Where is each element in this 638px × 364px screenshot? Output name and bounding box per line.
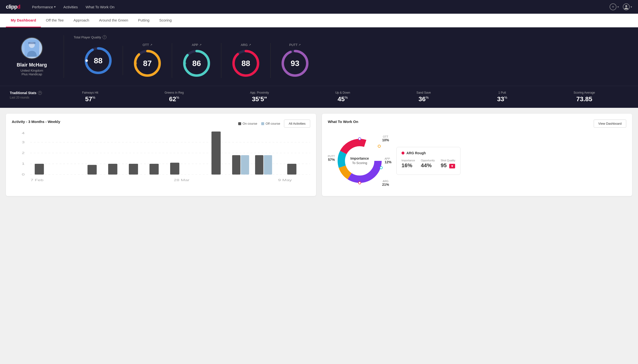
putt-donut-label: PUTT 57% xyxy=(328,155,335,162)
stat-items: Fairways Hit 57% Greens In Reg 62% App. … xyxy=(49,91,628,103)
app-proximity-label: App. Proximity xyxy=(250,91,269,94)
info-card-title: ARG Rough xyxy=(401,151,455,155)
ott-score-item: OTT ↗ 87 xyxy=(123,43,172,78)
svg-point-18 xyxy=(245,74,247,77)
svg-point-12 xyxy=(135,62,137,64)
svg-text:1: 1 xyxy=(22,162,25,166)
fairways-hit-value: 57% xyxy=(85,95,95,103)
divider xyxy=(64,35,64,78)
tab-off-the-tee[interactable]: Off the Tee xyxy=(41,14,69,28)
main-score-value: 88 xyxy=(94,56,103,65)
user-menu-button[interactable]: ▾ xyxy=(623,4,632,10)
svg-rect-36 xyxy=(211,132,221,174)
nav-activities[interactable]: Activities xyxy=(63,5,78,9)
putt-arrow-icon: ↗ xyxy=(298,43,301,46)
tab-around-the-green[interactable]: Around the Green xyxy=(94,14,133,28)
svg-point-52 xyxy=(378,145,380,148)
arg-score-value: 88 xyxy=(241,59,250,68)
user-chevron-icon: ▾ xyxy=(631,6,632,8)
traditional-stats-bar: Traditional Stats ? Last 20 rounds Fairw… xyxy=(0,86,638,108)
nav-what-to-work-on[interactable]: What To Work On xyxy=(86,5,115,9)
ott-score-value: 87 xyxy=(143,59,152,68)
putt-label: PUTT ↗ xyxy=(289,43,301,47)
greens-in-reg-label: Greens In Reg xyxy=(164,91,184,94)
svg-rect-38 xyxy=(241,155,249,174)
putt-score-item: PUTT ↗ 93 xyxy=(271,43,319,78)
add-button[interactable]: + ▾ xyxy=(610,4,619,10)
main-score-item: 88 xyxy=(74,46,123,75)
stat-scoring-avg: Scoring Average 73.85 xyxy=(574,91,595,103)
shot-quality-value: 95 ▼ xyxy=(441,162,455,169)
svg-rect-34 xyxy=(150,164,159,174)
svg-rect-32 xyxy=(108,164,118,174)
scores-section: Total Player Quality ? 88 OTT xyxy=(74,35,628,78)
svg-rect-30 xyxy=(35,164,44,174)
hero-section: Blair McHarg United Kingdom Plus Handica… xyxy=(0,28,638,86)
tab-bar: My Dashboard Off the Tee Approach Around… xyxy=(0,14,638,28)
app-score-value: 86 xyxy=(192,59,201,68)
tab-putting[interactable]: Putting xyxy=(133,14,154,28)
svg-text:9 May: 9 May xyxy=(278,179,292,182)
1-putt-label: 1 Putt xyxy=(498,91,506,94)
wtwo-title: What To Work On xyxy=(328,120,358,124)
off-course-dot xyxy=(261,122,264,125)
stats-subtitle: Last 20 rounds xyxy=(10,96,49,99)
svg-point-54 xyxy=(358,182,361,184)
stats-title: Traditional Stats ? xyxy=(10,91,49,95)
ott-ring: 87 xyxy=(133,49,162,78)
info-metrics-row: Importance 16% Opportunity 44% Shot Qual… xyxy=(401,159,455,169)
svg-point-53 xyxy=(380,166,382,169)
info-opportunity: Opportunity 44% xyxy=(421,159,435,169)
player-name: Blair McHarg xyxy=(17,62,47,68)
ott-label: OTT ↗ xyxy=(143,43,152,47)
player-country: United Kingdom xyxy=(21,69,43,72)
app-label: APP ↗ xyxy=(192,43,201,47)
svg-rect-33 xyxy=(129,164,138,174)
chart-legend: On course Off course xyxy=(238,122,280,126)
tab-my-dashboard[interactable]: My Dashboard xyxy=(6,14,41,28)
app-logo[interactable]: clippd xyxy=(6,4,20,10)
svg-text:+: + xyxy=(612,5,614,9)
nav-performance[interactable]: Performance ▾ xyxy=(32,5,56,9)
stat-app-proximity: App. Proximity 35'5" xyxy=(250,91,269,103)
scoring-avg-label: Scoring Average xyxy=(574,91,595,94)
fairways-hit-label: Fairways Hit xyxy=(82,91,98,94)
stats-label-section: Traditional Stats ? Last 20 rounds xyxy=(10,91,49,99)
all-activities-button[interactable]: All Activities xyxy=(284,120,310,128)
app-score-item: APP ↗ 86 xyxy=(172,43,221,78)
view-dashboard-button[interactable]: View Dashboard xyxy=(594,120,626,128)
greens-in-reg-value: 62% xyxy=(169,95,179,103)
player-handicap: Plus Handicap xyxy=(22,72,42,76)
donut-chart-container: Importance To Scoring PUTT 57% OTT xyxy=(328,132,391,190)
shot-quality-badge: ▼ xyxy=(449,164,455,168)
chart-title: Activity - 3 Months - Weekly xyxy=(12,120,60,124)
app-donut-label: APP 12% xyxy=(385,157,391,164)
svg-rect-40 xyxy=(264,155,272,174)
svg-text:2: 2 xyxy=(22,152,25,155)
sand-save-value: 36% xyxy=(419,95,429,103)
tab-approach[interactable]: Approach xyxy=(69,14,94,28)
app-proximity-value: 35'5" xyxy=(252,95,267,103)
up-down-value: 45% xyxy=(338,95,348,103)
svg-text:7 Feb: 7 Feb xyxy=(31,179,44,182)
app-arrow-icon: ↗ xyxy=(199,43,201,46)
circles-row: 88 OTT ↗ 87 xyxy=(74,43,628,78)
stats-help-icon[interactable]: ? xyxy=(38,91,42,95)
activity-chart-card: Activity - 3 Months - Weekly On course O… xyxy=(6,114,316,196)
nav-right-actions: + ▾ ▾ xyxy=(610,4,632,10)
svg-point-51 xyxy=(358,138,361,140)
arg-arrow-icon: ↗ xyxy=(249,43,251,46)
ott-donut-label: OTT 10% xyxy=(382,135,389,142)
help-icon[interactable]: ? xyxy=(103,35,106,39)
main-ring: 88 xyxy=(84,46,113,75)
app-ring: 86 xyxy=(182,49,211,78)
tab-scoring[interactable]: Scoring xyxy=(154,14,176,28)
1-putt-value: 33% xyxy=(497,95,507,103)
svg-point-3 xyxy=(625,5,627,7)
what-to-work-on-card: What To Work On View Dashboard Importanc… xyxy=(322,114,632,196)
svg-rect-41 xyxy=(287,164,297,174)
chart-area: 0 1 2 3 4 xyxy=(12,132,310,185)
arg-score-item: ARG ↗ 88 xyxy=(221,43,271,78)
top-navigation: clippd Performance ▾ Activities What To … xyxy=(0,0,638,14)
arg-rough-info-card: ARG Rough Importance 16% Opportunity 44% xyxy=(396,147,461,175)
